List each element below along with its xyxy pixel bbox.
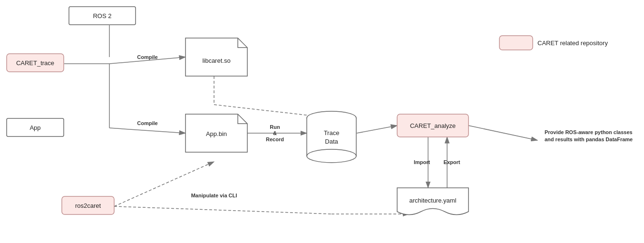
- svg-line-13: [114, 206, 332, 214]
- svg-line-9: [468, 126, 537, 140]
- export-label: Export: [444, 159, 460, 165]
- compile1-label: Compile: [137, 54, 157, 60]
- svg-line-12: [114, 162, 214, 206]
- svg-line-8: [357, 126, 397, 133]
- run-record-label2: &: [273, 130, 277, 136]
- import-label: Import: [414, 159, 430, 165]
- tracedata-label2: Data: [325, 138, 338, 145]
- ros2caret-label: ros2caret: [75, 202, 101, 209]
- app-label: App: [29, 124, 40, 131]
- caret-trace-label: CARET_trace: [16, 59, 54, 67]
- run-record-label3: Record: [266, 136, 284, 142]
- diagram-container: ROS 2 CARET_trace App libcaret.so App.bi…: [0, 0, 644, 243]
- compile2-label: Compile: [137, 120, 157, 126]
- legend-label: CARET related repository: [537, 39, 608, 47]
- manipulate-label: Manipulate via CLI: [191, 193, 237, 198]
- arch-yaml-label: architecture.yaml: [410, 197, 457, 204]
- legend-pink-box: [499, 36, 533, 50]
- provide-label2: and results with pandas DataFrame: [545, 136, 633, 142]
- ros2-label: ROS 2: [93, 12, 111, 19]
- tracedata-label: Trace: [324, 129, 340, 136]
- tracedata-bottom: [307, 149, 356, 163]
- libcaret-label: libcaret.so: [202, 57, 230, 64]
- run-record-label: Run: [270, 124, 280, 130]
- appbin-label: App.bin: [206, 130, 227, 137]
- provide-label1: Provide ROS-aware python classes: [545, 129, 633, 135]
- svg-line-4: [109, 128, 185, 133]
- caret-analyze-label: CARET_analyze: [410, 122, 456, 129]
